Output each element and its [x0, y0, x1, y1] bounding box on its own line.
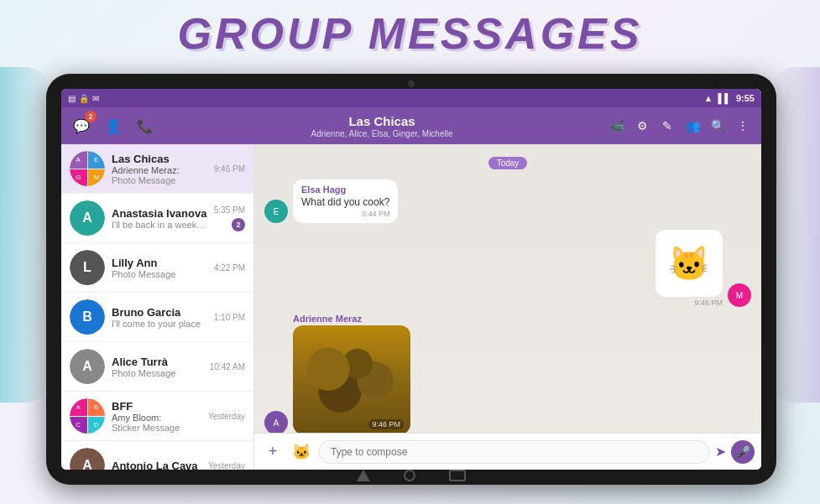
conv-name: Antonio La Cava	[112, 460, 201, 470]
conversation-lilly-ann[interactable]: L Lilly Ann Photo Message 4:22 PM	[61, 243, 253, 293]
add-group-button[interactable]: 👥	[681, 114, 704, 138]
conv-name: Bruno Garcia	[112, 306, 207, 319]
send-icon: ➤	[715, 444, 726, 459]
sticker-cat: 🐱	[655, 230, 723, 297]
conversation-bff[interactable]: A B C D BFF Amy Bloom: Sticker Message Y…	[61, 392, 253, 441]
conv-sender: Amy Bloom:	[112, 413, 201, 423]
conv-preview: Photo Message	[112, 175, 207, 185]
back-button[interactable]	[357, 470, 370, 481]
tablet-nav-bar	[357, 470, 466, 481]
conv-time: 9:46 PM	[214, 164, 245, 174]
conversation-anastasia[interactable]: A Anastasia Ivanova I'll be back in a we…	[61, 194, 253, 243]
avatar-cell-4: D	[88, 417, 106, 434]
photo-message-adrienne[interactable]: 9:46 PM	[293, 325, 410, 433]
food-photo	[293, 325, 410, 433]
message-row-elsa: E Elsa Hagg What did you cook? 9:44 PM	[264, 179, 751, 223]
decoration-right	[770, 67, 820, 403]
avatar-circle: A	[70, 349, 105, 384]
messages-tab-button[interactable]: 💬 2	[68, 112, 95, 139]
conversation-bruno[interactable]: B Bruno Garcia I'll come to your place 1…	[61, 293, 253, 342]
tablet-frame: ▤ 🔒 ✉ ▲ ▌▌ 9:55 💬 2 👤 📞	[46, 74, 776, 485]
mic-button[interactable]: 🎤	[731, 440, 755, 464]
recents-button[interactable]	[449, 470, 466, 481]
settings-button[interactable]: ⚙	[630, 114, 654, 138]
gear-icon: ⚙	[637, 119, 648, 132]
conv-preview: Sticker Message	[112, 423, 201, 433]
avatar-cell-3: C	[70, 417, 87, 434]
sim-icon: ▤	[68, 94, 76, 103]
sticker-time: 9:46 PM	[694, 299, 723, 307]
mic-icon: 🎤	[736, 445, 750, 459]
message-bubble-elsa: Elsa Hagg What did you cook? 9:44 PM	[293, 179, 398, 223]
more-icon: ⋮	[737, 119, 749, 132]
video-call-button[interactable]: 📹	[605, 114, 629, 138]
time-display: 9:55	[736, 93, 755, 103]
lock-icon: 🔒	[79, 94, 89, 103]
avatar-circle: A	[70, 200, 105, 236]
conv-preview: I'll come to your place	[112, 319, 207, 329]
conv-name: Las Chicas	[112, 153, 207, 165]
decoration-left	[0, 67, 50, 403]
message-time-elsa: 9:44 PM	[301, 210, 389, 218]
profile-button[interactable]: 👤	[100, 112, 127, 139]
conv-meta-las-chicas: 9:46 PM	[214, 164, 245, 174]
conversations-list: A E G M Las Chicas Adrienne Meraz: Photo…	[61, 144, 254, 470]
page-title-area: GROUP MESSAGES	[0, 8, 820, 59]
new-message-button[interactable]: ✎	[655, 114, 679, 138]
avatar-elsa: E	[264, 200, 288, 223]
sticker-button[interactable]: 🐱	[290, 440, 313, 464]
phone-icon: 📞	[137, 118, 154, 134]
conv-info-antonio: Antonio La Cava	[112, 460, 201, 470]
profile-icon: 👤	[105, 118, 122, 134]
conv-meta-lilly: 4:22 PM	[214, 263, 245, 273]
avatar-cell-2: B	[88, 398, 106, 416]
compose-bar: + 🐱 ➤ 🎤	[254, 433, 761, 470]
conv-meta-bruno: 1:10 PM	[214, 313, 245, 322]
conv-time: Yesterday	[208, 461, 245, 470]
phone-button[interactable]: 📞	[132, 112, 159, 139]
unread-badge: 2	[85, 111, 97, 122]
avatar-las-chicas: A E G M	[70, 151, 105, 186]
avatar-lilly: L	[70, 250, 105, 285]
chat-area: Today E Elsa Hagg What did you cook? 9:4…	[254, 144, 761, 470]
conv-preview: I'll be back in a week, let's meet up th…	[112, 220, 207, 230]
search-button[interactable]: 🔍	[706, 114, 729, 138]
compose-input[interactable]	[318, 440, 710, 464]
send-button[interactable]: ➤	[715, 444, 726, 460]
avatar-bff: A B C D	[70, 398, 105, 434]
sender-name-adrienne: Adrienne Meraz	[293, 314, 410, 324]
home-button[interactable]	[404, 470, 415, 481]
avatar-circle: L	[70, 250, 105, 285]
day-badge: Today	[488, 154, 528, 169]
conv-meta-alice: 10:42 AM	[210, 362, 245, 372]
conversation-antonio[interactable]: A Antonio La Cava Yesterday	[61, 441, 253, 470]
plus-button[interactable]: +	[261, 440, 285, 464]
participants: Adrienne, Alice, Elsa, Ginger, Michelle	[164, 129, 600, 138]
page-title: GROUP MESSAGES	[0, 8, 820, 59]
conv-preview: Photo Message	[112, 368, 203, 378]
tablet-camera	[408, 81, 415, 87]
status-bar: ▤ 🔒 ✉ ▲ ▌▌ 9:55	[61, 89, 761, 107]
conv-meta-bff: Yesterday	[208, 412, 245, 421]
day-label: Today	[488, 157, 528, 169]
message-text-elsa: What did you cook?	[301, 196, 389, 208]
conversation-alice[interactable]: A Alice Turrà Photo Message 10:42 AM	[61, 342, 253, 392]
avatar-anastasia: A	[70, 200, 105, 236]
conv-info-bff: BFF Amy Bloom: Sticker Message	[112, 400, 201, 433]
avatar-cell-3: G	[70, 169, 87, 187]
header-title-area: Las Chicas Adrienne, Alice, Elsa, Ginger…	[164, 114, 600, 138]
photo-time: 9:46 PM	[368, 419, 404, 429]
video-icon: 📹	[610, 119, 624, 132]
avatar-bruno: B	[70, 299, 105, 335]
conv-time: 10:42 AM	[210, 362, 245, 372]
tablet-screen: ▤ 🔒 ✉ ▲ ▌▌ 9:55 💬 2 👤 📞	[61, 89, 761, 470]
more-button[interactable]: ⋮	[731, 114, 755, 138]
avatar-circle: A	[70, 448, 105, 470]
conv-time: 4:22 PM	[214, 263, 245, 273]
avatar-me: M	[728, 283, 751, 307]
conv-preview: Photo Message	[112, 269, 207, 279]
conv-info-anastasia: Anastasia Ivanova I'll be back in a week…	[112, 207, 207, 230]
conv-name: Alice Turrà	[112, 356, 203, 368]
conversation-las-chicas[interactable]: A E G M Las Chicas Adrienne Meraz: Photo…	[61, 144, 253, 194]
search-icon: 🔍	[711, 119, 725, 132]
